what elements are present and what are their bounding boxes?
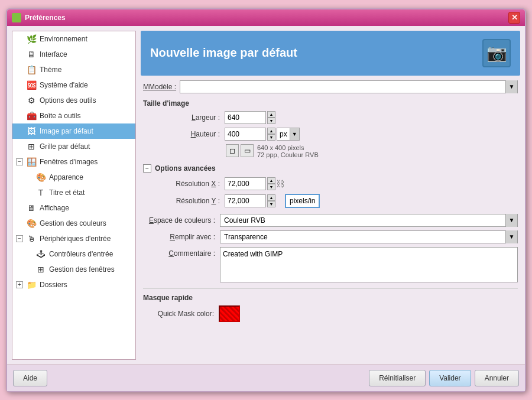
resolution-y-row: Résolution Y : ▲ ▼ pixels/in <box>143 194 518 208</box>
unit-value: px <box>277 129 290 139</box>
espace-couleurs-select[interactable]: Couleur RVB ▼ <box>220 214 518 227</box>
sidebar-icon-peripheriques: 🖱 <box>26 233 37 244</box>
resolution-x-row: Résolution X : ▲ ▼ ⛓ <box>143 177 518 190</box>
unit-dropdown[interactable]: px ▼ <box>277 128 300 141</box>
sidebar-icon-interface: 🖥 <box>26 49 37 60</box>
largeur-down[interactable]: ▼ <box>267 118 275 124</box>
largeur-input[interactable]: 640 <box>225 111 266 124</box>
sidebar-item-gestion-couleurs[interactable]: 🎨Gestion des couleurs <box>12 216 135 231</box>
sidebar-label-boite-outils: Boîte à outils <box>40 112 80 120</box>
sidebar-icon-options-outils: ⚙ <box>26 95 37 106</box>
pixels-per-unit-text: pixels/in <box>290 197 315 205</box>
espace-couleurs-label: Espace de couleurs : <box>143 216 220 225</box>
sidebar-icon-gestion-fenetres: ⊞ <box>35 264 46 275</box>
sidebar-icon-theme: 📋 <box>26 64 37 75</box>
sidebar-item-apparence[interactable]: 🎨Apparence <box>12 170 135 185</box>
remplir-arrow[interactable]: ▼ <box>505 230 517 243</box>
sidebar: 🌿Environnement🖥Interface📋Thème🆘Système d… <box>12 31 136 360</box>
sidebar-label-image-defaut: Image par défaut <box>40 127 93 135</box>
hauteur-up[interactable]: ▲ <box>267 128 275 134</box>
sidebar-icon-affichage: 🖥 <box>26 203 37 213</box>
resolution-x-input[interactable] <box>225 177 266 190</box>
sidebar-item-image-defaut[interactable]: 🖼Image par défaut <box>12 123 135 139</box>
resolution-y-spinner: ▲ ▼ pixels/in <box>225 194 320 208</box>
espace-couleurs-row: Espace de couleurs : Couleur RVB ▼ <box>143 214 518 227</box>
sidebar-item-environnement[interactable]: 🌿Environnement <box>12 31 135 47</box>
sidebar-item-controleurs[interactable]: 🕹Contrôleurs d'entrée <box>12 246 135 262</box>
hauteur-spinner-buttons: ▲ ▼ <box>267 128 275 141</box>
sidebar-label-fenetres-images: Fenêtres d'images <box>40 158 98 166</box>
resolution-y-label: Résolution Y : <box>143 197 220 205</box>
sidebar-item-grille-defaut[interactable]: ⊞Grille par défaut <box>12 139 135 154</box>
pixels-per-unit-btn[interactable]: pixels/in <box>285 194 320 208</box>
resolution-y-input[interactable] <box>225 194 266 207</box>
res-x-up[interactable]: ▲ <box>267 177 275 184</box>
header-icon: 📷 <box>482 39 511 67</box>
title-bar: Préférences ✕ <box>7 9 525 26</box>
largeur-label: Largeur : <box>143 113 220 122</box>
sidebar-label-gestion-couleurs: Gestion des couleurs <box>40 219 106 227</box>
sidebar-label-titre-etat: Titre et état <box>49 188 85 197</box>
window-icon <box>12 13 21 22</box>
sidebar-label-peripheriques: Périphériques d'entrée <box>40 235 111 243</box>
tree-toggle-peripheriques[interactable]: − <box>16 235 23 242</box>
res-y-up[interactable]: ▲ <box>267 194 275 201</box>
image-info-icons: ◻ ▭ <box>226 144 254 157</box>
sidebar-label-grille-defaut: Grille par défaut <box>40 142 90 151</box>
reinitialiser-button[interactable]: Réinitialiser <box>369 370 426 386</box>
sidebar-label-dossiers: Dossiers <box>40 281 67 289</box>
sidebar-label-environnement: Environnement <box>40 35 87 43</box>
sidebar-item-peripheriques[interactable]: −🖱Périphériques d'entrée <box>12 231 135 246</box>
largeur-row: Largeur : 640 ▲ ▼ <box>143 111 518 124</box>
hauteur-input[interactable] <box>225 128 266 141</box>
hauteur-down[interactable]: ▼ <box>267 134 275 141</box>
espace-couleurs-arrow[interactable]: ▼ <box>505 214 517 227</box>
content-title: Nouvelle image par défaut <box>150 46 297 60</box>
image-dimensions: 640 x 400 pixels <box>257 144 319 151</box>
close-button[interactable]: ✕ <box>508 12 520 24</box>
chain-top: ⛓ <box>277 179 284 188</box>
unit-arrow[interactable]: ▼ <box>290 128 299 140</box>
res-y-down[interactable]: ▼ <box>267 201 275 207</box>
sidebar-label-apparence: Apparence <box>49 173 83 181</box>
sidebar-item-gestion-fenetres[interactable]: ⊞Gestion des fenêtres <box>12 262 135 277</box>
espace-couleurs-value: Couleur RVB <box>220 215 505 226</box>
landscape-icon[interactable]: ▭ <box>241 144 254 157</box>
sidebar-icon-apparence: 🎨 <box>35 172 46 183</box>
quick-mask-color-swatch[interactable] <box>219 305 240 322</box>
res-x-down[interactable]: ▼ <box>267 184 275 190</box>
tree-toggle-dossiers[interactable]: + <box>16 281 23 288</box>
sidebar-icon-controleurs: 🕹 <box>35 249 46 259</box>
sidebar-icon-systeme-aide: 🆘 <box>26 80 37 90</box>
largeur-spinner: 640 ▲ ▼ <box>225 111 275 124</box>
hauteur-spinner: ▲ ▼ px ▼ <box>225 128 300 141</box>
tree-toggle-fenetres-images[interactable]: − <box>16 158 23 165</box>
sidebar-item-systeme-aide[interactable]: 🆘Système d'aide <box>12 77 135 93</box>
sidebar-item-theme[interactable]: 📋Thème <box>12 62 135 77</box>
image-colorspace: 72 ppp, Couleur RVB <box>257 151 319 158</box>
sidebar-item-interface[interactable]: 🖥Interface <box>12 47 135 62</box>
content-scroll: MModèle : ▼ Taille d'image Largeur : <box>141 80 520 360</box>
sidebar-item-options-outils[interactable]: ⚙Options des outils <box>12 93 135 108</box>
sidebar-item-titre-etat[interactable]: TTitre et état <box>12 185 135 200</box>
remplir-select[interactable]: Transparence ▼ <box>220 230 518 243</box>
sidebar-item-dossiers[interactable]: +📁Dossiers <box>12 277 135 292</box>
largeur-up[interactable]: ▲ <box>267 111 275 118</box>
sidebar-item-boite-outils[interactable]: 🧰Boîte à outils <box>12 108 135 123</box>
sidebar-label-systeme-aide: Système d'aide <box>40 81 88 89</box>
portrait-icon[interactable]: ◻ <box>226 144 239 157</box>
image-info-text: 640 x 400 pixels 72 ppp, Couleur RVB <box>257 144 319 158</box>
sidebar-item-fenetres-images[interactable]: −🪟Fenêtres d'images <box>12 154 135 170</box>
sidebar-item-affichage[interactable]: 🖥Affichage <box>12 200 135 216</box>
annuler-button[interactable]: Annuler <box>475 370 519 386</box>
resolution-x-spinner: ▲ ▼ ⛓ <box>225 177 284 190</box>
valider-button[interactable]: Valider <box>429 370 471 386</box>
advanced-collapse[interactable]: − <box>143 164 151 173</box>
commentaire-input[interactable]: Created with GIMP <box>220 247 518 282</box>
model-select[interactable]: ▼ <box>180 80 518 93</box>
sidebar-label-theme: Thème <box>40 66 61 74</box>
sidebar-label-affichage: Affichage <box>40 204 69 212</box>
aide-button[interactable]: Aide <box>13 370 47 386</box>
model-dropdown-arrow[interactable]: ▼ <box>505 80 517 93</box>
remplir-label: Remplir avec : <box>143 233 220 241</box>
